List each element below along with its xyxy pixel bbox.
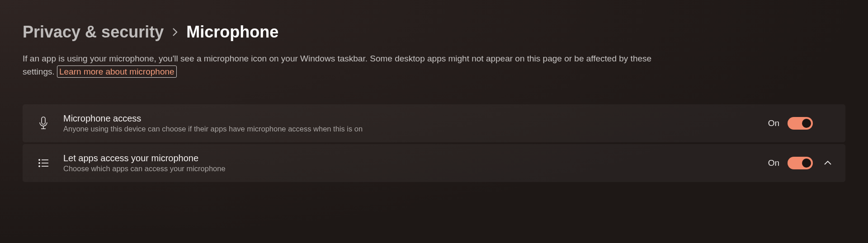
svg-point-5 [39, 163, 40, 164]
setting-row-microphone-access[interactable]: Microphone access Anyone using this devi… [23, 104, 845, 142]
svg-rect-0 [42, 117, 45, 124]
breadcrumb: Privacy & security Microphone [23, 23, 845, 42]
row-subtitle: Choose which apps can access your microp… [63, 164, 768, 173]
chevron-right-icon [172, 26, 178, 40]
row-text: Let apps access your microphone Choose w… [63, 153, 768, 173]
svg-point-7 [39, 166, 40, 167]
row-title: Let apps access your microphone [63, 153, 768, 164]
row-text: Microphone access Anyone using this devi… [63, 113, 768, 133]
microphone-access-toggle[interactable] [788, 117, 813, 130]
microphone-icon [35, 117, 52, 130]
settings-list: Microphone access Anyone using this devi… [23, 104, 845, 182]
learn-more-link[interactable]: Learn more about microphone [57, 65, 177, 78]
let-apps-access-toggle[interactable] [788, 157, 813, 169]
page-title: Microphone [186, 23, 278, 42]
list-icon [35, 157, 52, 169]
toggle-state-label: On [768, 118, 779, 128]
page-description: If an app is using your microphone, you'… [23, 52, 678, 78]
toggle-state-label: On [768, 158, 779, 168]
breadcrumb-parent-link[interactable]: Privacy & security [23, 23, 164, 42]
svg-point-3 [39, 159, 40, 161]
row-title: Microphone access [63, 113, 768, 124]
row-subtitle: Anyone using this device can choose if t… [63, 125, 768, 133]
expand-chevron-up-icon[interactable] [823, 160, 833, 166]
setting-row-let-apps-access[interactable]: Let apps access your microphone Choose w… [23, 144, 845, 182]
